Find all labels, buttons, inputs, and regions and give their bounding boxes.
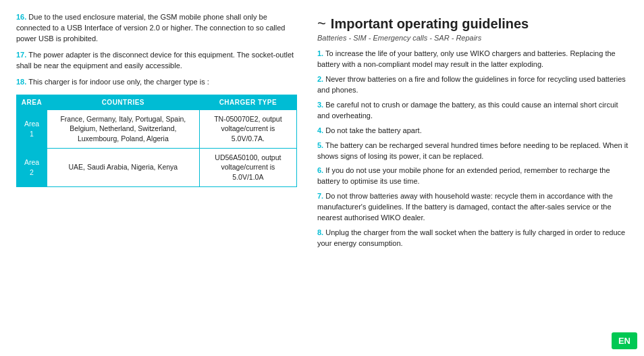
item-17: 17. The power adapter is the disconnect … — [16, 50, 297, 72]
area-1-charger: TN-050070E2, output voltage/current is 5… — [199, 109, 296, 148]
guideline-6: 6. If you do not use your mobile phone f… — [317, 166, 630, 187]
num-2: 2. — [317, 75, 323, 83]
table-header-row: AREA COUNTRIES CHARGER TYPE — [17, 95, 297, 109]
num-3: 3. — [317, 101, 323, 109]
col-countries: COUNTRIES — [47, 95, 199, 109]
table-row: Area 1 France, Germany, Italy, Portugal,… — [17, 109, 297, 148]
item-18-number: 18. — [16, 78, 26, 86]
item-18-text: This charger is for indoor use only, the… — [28, 78, 209, 86]
guideline-5: 5. The battery can be recharged several … — [317, 141, 630, 162]
text-1: To increase the life of your battery, on… — [317, 49, 616, 68]
guidelines-list: 1. To increase the life of your battery,… — [317, 49, 630, 249]
item-16-number: 16. — [16, 13, 26, 21]
area-1-countries: France, Germany, Italy, Portugal, Spain,… — [47, 109, 199, 148]
guideline-7: 7. Do not throw batteries away with hous… — [317, 191, 630, 224]
num-6: 6. — [317, 166, 323, 174]
charger-table: AREA COUNTRIES CHARGER TYPE Area 1 Franc… — [16, 95, 297, 187]
text-3: Be careful not to crush or damage the ba… — [317, 101, 618, 120]
guideline-4: 4. Do not take the battery apart. — [317, 126, 630, 136]
num-8: 8. — [317, 228, 323, 236]
text-4: Do not take the battery apart. — [325, 126, 421, 134]
num-4: 4. — [317, 126, 323, 134]
text-7: Do not throw batteries away with househo… — [317, 192, 613, 222]
num-7: 7. — [317, 192, 323, 200]
guideline-2: 2. Never throw batteries on a fire and f… — [317, 74, 630, 96]
text-6: If you do not use your mobile phone for … — [317, 166, 610, 185]
text-8: Unplug the charger from the wall socket … — [317, 228, 625, 247]
area-2-charger: UD56A50100, output voltage/current is 5.… — [199, 148, 296, 186]
subtitle: Batteries - SIM - Emergency calls - SAR … — [317, 34, 630, 42]
text-2: Never throw batteries on a fire and foll… — [317, 75, 626, 94]
title-text: Important operating guidelines — [331, 16, 529, 32]
tilde-icon: ~ — [317, 15, 326, 32]
text-5: The battery can be recharged several hun… — [317, 141, 628, 160]
item-16-text: Due to the used enclosure material, the … — [16, 13, 286, 43]
col-charger-type: CHARGER TYPE — [199, 95, 296, 109]
section-title: ~ Important operating guidelines — [317, 15, 630, 32]
item-16: 16. Due to the used enclosure material, … — [16, 12, 297, 45]
table-row: Area 2 UAE, Saudi Arabia, Nigeria, Kenya… — [17, 148, 297, 186]
language-badge: EN — [612, 332, 637, 349]
page-wrapper: 16. Due to the used enclosure material, … — [0, 0, 644, 356]
right-panel: ~ Important operating guidelines Batteri… — [311, 0, 644, 356]
col-area: AREA — [17, 95, 47, 109]
guideline-1: 1. To increase the life of your battery,… — [317, 49, 630, 70]
area-1-cell: Area 1 — [17, 109, 47, 148]
num-5: 5. — [317, 141, 323, 149]
item-17-number: 17. — [16, 51, 26, 59]
left-panel: 16. Due to the used enclosure material, … — [0, 0, 311, 356]
item-18: 18. This charger is for indoor use only,… — [16, 77, 297, 88]
area-2-countries: UAE, Saudi Arabia, Nigeria, Kenya — [47, 148, 199, 186]
item-17-text: The power adapter is the disconnect devi… — [16, 51, 294, 70]
guideline-3: 3. Be careful not to crush or damage the… — [317, 100, 630, 122]
area-2-cell: Area 2 — [17, 148, 47, 186]
num-1: 1. — [317, 49, 323, 57]
guideline-8: 8. Unplug the charger from the wall sock… — [317, 228, 630, 249]
